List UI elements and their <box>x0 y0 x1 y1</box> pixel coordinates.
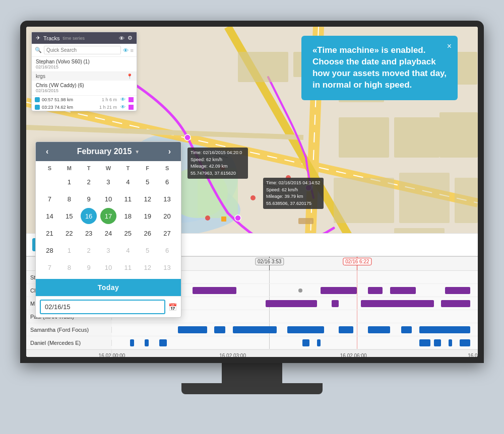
cal-day[interactable]: 7 <box>41 191 57 207</box>
cal-day[interactable]: 2 <box>81 174 97 190</box>
track-row-daniel: Daniel (Mercedes E) <box>26 336 478 349</box>
time-marker-1: 02/16 3:53 <box>269 257 270 270</box>
cal-day[interactable]: 19 <box>140 208 156 224</box>
cal-day[interactable]: 1 <box>61 174 77 190</box>
monitor-wrap: Time: 02/16/2015 04:20:0 Speed: 62 km/h … <box>20 21 484 413</box>
cal-day[interactable]: 4 <box>120 242 136 258</box>
cal-day[interactable]: 28 <box>41 242 57 258</box>
track-info-2: 03:23 74.62 km <box>42 105 97 110</box>
track-checkbox-1[interactable] <box>35 97 40 102</box>
asset-name-stephan: Stephan (Volvo S60) (1) <box>36 59 133 64</box>
left-panel: ✈ Tracks time series 👁 ⚙ 🔍 👁 ≡ Stephan (… <box>31 32 137 111</box>
map-tooltip-2: Time: 02/16/2015 04:14:52 Speed: 62 km/h… <box>263 178 324 209</box>
date-input[interactable] <box>40 300 165 314</box>
calendar-title: February 2015 ▼ <box>77 147 140 156</box>
cal-day[interactable]: 18 <box>120 208 136 224</box>
cal-day[interactable]: 21 <box>41 225 57 241</box>
cal-day[interactable]: 6 <box>159 242 175 258</box>
segment <box>287 326 324 333</box>
cal-week-3: 14 15 16 17 18 19 20 <box>40 207 177 225</box>
cal-day[interactable]: 25 <box>120 225 136 241</box>
cal-day[interactable]: 8 <box>61 191 77 207</box>
panel-header-title: Tracks <box>43 35 60 41</box>
segment <box>460 339 471 346</box>
cal-day[interactable]: 5 <box>140 242 156 258</box>
eye-icon-track1[interactable]: 👁 <box>120 97 125 102</box>
segment <box>449 339 452 346</box>
cal-day[interactable]: 7 <box>41 259 57 275</box>
panel-search: 🔍 👁 ≡ <box>32 44 137 57</box>
track-name-samantha: Samantha (Ford Focus) <box>26 327 112 333</box>
cal-day-16-selected[interactable]: 16 <box>81 208 97 224</box>
cal-day[interactable]: 3 <box>100 174 116 190</box>
cal-day[interactable]: 3 <box>100 242 116 258</box>
cal-day[interactable]: 4 <box>120 174 136 190</box>
monitor-screen: Time: 02/16/2015 04:20:0 Speed: 62 km/h … <box>26 27 478 357</box>
eye-icon-track2[interactable]: 👁 <box>120 104 125 110</box>
cal-day[interactable]: 6 <box>159 174 175 190</box>
calendar-next-button[interactable]: › <box>165 147 174 156</box>
calendar-month-label: February 2015 <box>77 147 132 156</box>
cal-day[interactable]: 15 <box>61 208 77 224</box>
cal-day[interactable]: 26 <box>140 225 156 241</box>
track-detail-1: 1 h 6 m <box>102 97 117 102</box>
cal-day[interactable]: 1 <box>61 242 77 258</box>
svg-rect-11 <box>439 112 478 158</box>
segment <box>214 326 225 333</box>
calendar-grid: S M T W T F S 1 2 3 4 <box>36 161 181 279</box>
cal-week-4: 21 22 23 24 25 26 27 <box>40 225 177 242</box>
cal-day-17-selected[interactable]: 17 <box>100 208 116 224</box>
calendar-prev-button[interactable]: ‹ <box>43 147 51 156</box>
cal-day[interactable]: 5 <box>140 174 156 190</box>
svg-point-25 <box>184 134 191 140</box>
panel-item-chris[interactable]: Chris (VW Caddy) (6) 02/16/2015 <box>32 81 137 96</box>
cal-day[interactable]: 8 <box>61 259 77 275</box>
cal-day[interactable]: 13 <box>159 259 175 275</box>
cal-day[interactable]: 13 <box>159 191 175 207</box>
callout-bubble: × «Time machine» is enabled. Choose the … <box>301 36 458 100</box>
calendar-dropdown-arrow[interactable]: ▼ <box>135 149 140 155</box>
timeline-time-row: 16.02 00:00 16.02 03:00 16.02 06:00 16.0… <box>26 349 478 357</box>
cal-day[interactable] <box>41 174 57 190</box>
calendar-overlay: ‹ February 2015 ▼ › S M T W T F <box>35 141 181 318</box>
svg-rect-10 <box>394 117 439 158</box>
cal-day[interactable]: 10 <box>100 191 116 207</box>
cal-day[interactable]: 10 <box>100 259 116 275</box>
segment <box>332 300 339 307</box>
track-lane-daniel <box>112 336 478 349</box>
cal-day[interactable]: 20 <box>159 208 175 224</box>
time-label-3: 16.02 09:00 <box>468 353 478 357</box>
calendar-date-input-row: 📅 <box>36 296 181 317</box>
today-button[interactable]: Today <box>36 279 181 296</box>
segment <box>159 339 167 346</box>
close-callout-button[interactable]: × <box>447 41 452 52</box>
cal-week-5: 28 1 2 3 4 5 6 <box>40 242 177 259</box>
segment <box>178 326 207 333</box>
svg-rect-4 <box>238 52 288 82</box>
cal-day[interactable]: 2 <box>81 242 97 258</box>
cal-day[interactable]: 12 <box>140 259 156 275</box>
cal-day[interactable]: 22 <box>61 225 77 241</box>
segment <box>302 339 310 346</box>
cal-day[interactable]: 9 <box>81 191 97 207</box>
quick-search-input[interactable] <box>44 46 121 54</box>
track-checkbox-2[interactable] <box>35 105 40 110</box>
cal-day[interactable]: 11 <box>120 191 136 207</box>
segment <box>368 287 383 294</box>
time-label-1: 16.02 03:00 <box>219 353 246 357</box>
cal-day[interactable]: 23 <box>81 225 97 241</box>
segment <box>419 339 430 346</box>
cal-day[interactable]: 11 <box>120 259 136 275</box>
cal-day[interactable]: 14 <box>41 208 57 224</box>
svg-point-26 <box>235 215 241 221</box>
segment <box>266 300 317 307</box>
svg-point-19 <box>250 195 256 200</box>
cal-day[interactable]: 24 <box>100 225 116 241</box>
cal-day[interactable]: 27 <box>159 225 175 241</box>
cal-day[interactable]: 12 <box>140 191 156 207</box>
track-dot <box>298 288 302 293</box>
cal-day[interactable]: 9 <box>81 259 97 275</box>
settings-icon: ⚙ <box>128 35 133 41</box>
panel-item-stephan[interactable]: Stephan (Volvo S60) (1) 02/16/2015 <box>32 57 137 72</box>
panel-header: ✈ Tracks time series 👁 ⚙ <box>32 32 137 44</box>
